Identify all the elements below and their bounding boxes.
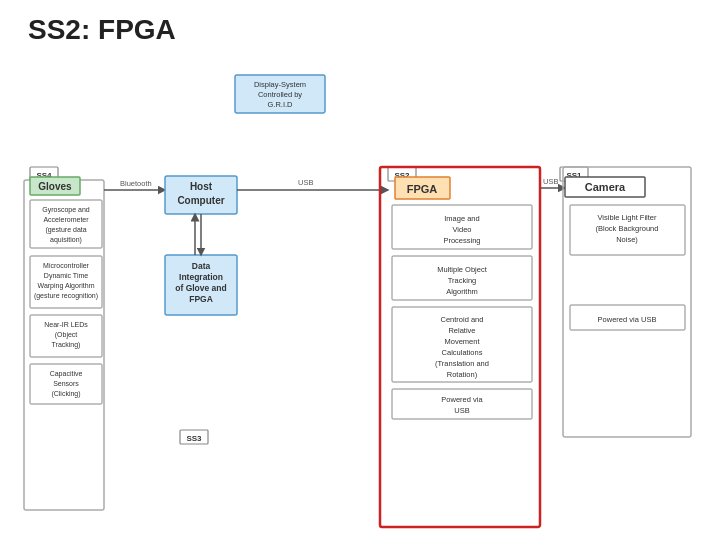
svg-text:Accelerometer: Accelerometer [43,216,89,223]
svg-text:Sensors: Sensors [53,380,79,387]
svg-text:Tracking: Tracking [448,276,476,285]
svg-text:Gloves: Gloves [38,181,72,192]
svg-text:Rotation): Rotation) [447,370,478,379]
svg-text:USB: USB [543,177,558,186]
page-title: SS2: FPGA [28,14,176,46]
svg-text:Integration: Integration [179,272,223,282]
svg-text:Visible Light Filter: Visible Light Filter [597,213,657,222]
svg-text:Movement: Movement [444,337,480,346]
svg-text:Relative: Relative [448,326,475,335]
svg-text:FPGA: FPGA [407,183,438,195]
svg-text:Gyroscope and: Gyroscope and [42,206,90,214]
svg-text:aquisition): aquisition) [50,236,82,244]
svg-text:Powered via USB: Powered via USB [598,315,657,324]
svg-text:Dynamic Time: Dynamic Time [44,272,88,280]
svg-text:Processing: Processing [443,236,480,245]
svg-text:of Glove and: of Glove and [175,283,226,293]
svg-text:Centroid and: Centroid and [441,315,484,324]
svg-text:USB: USB [298,178,313,187]
svg-text:(Translation and: (Translation and [435,359,489,368]
svg-text:Tracking): Tracking) [52,341,81,349]
svg-text:(gesture data: (gesture data [45,226,86,234]
svg-text:Bluetooth: Bluetooth [120,179,152,188]
svg-text:Algorithm: Algorithm [446,287,478,296]
svg-text:(Block Background: (Block Background [596,224,659,233]
svg-text:G.R.I.D: G.R.I.D [267,100,293,109]
svg-text:Warping Algorithm: Warping Algorithm [38,282,95,290]
svg-text:Noise): Noise) [616,235,638,244]
svg-text:(Clicking): (Clicking) [51,390,80,398]
svg-text:(Object: (Object [55,331,78,339]
svg-text:FPGA: FPGA [189,294,213,304]
svg-text:USB: USB [454,406,469,415]
svg-text:Image and: Image and [444,214,479,223]
svg-text:SS3: SS3 [186,434,202,443]
svg-text:Display-System: Display-System [254,80,306,89]
svg-text:Microcontroller: Microcontroller [43,262,90,269]
svg-text:Powered via: Powered via [441,395,483,404]
svg-text:Multiple Object: Multiple Object [437,265,488,274]
svg-text:Capacitive: Capacitive [50,370,83,378]
svg-text:Calculations: Calculations [442,348,483,357]
svg-text:Controlled by: Controlled by [258,90,302,99]
svg-text:(gesture recognition): (gesture recognition) [34,292,98,300]
svg-text:Near-IR LEDs: Near-IR LEDs [44,321,88,328]
svg-text:Data: Data [192,261,211,271]
svg-text:Camera: Camera [585,181,626,193]
svg-text:Host: Host [190,181,213,192]
svg-text:Computer: Computer [177,195,224,206]
svg-text:Video: Video [452,225,471,234]
